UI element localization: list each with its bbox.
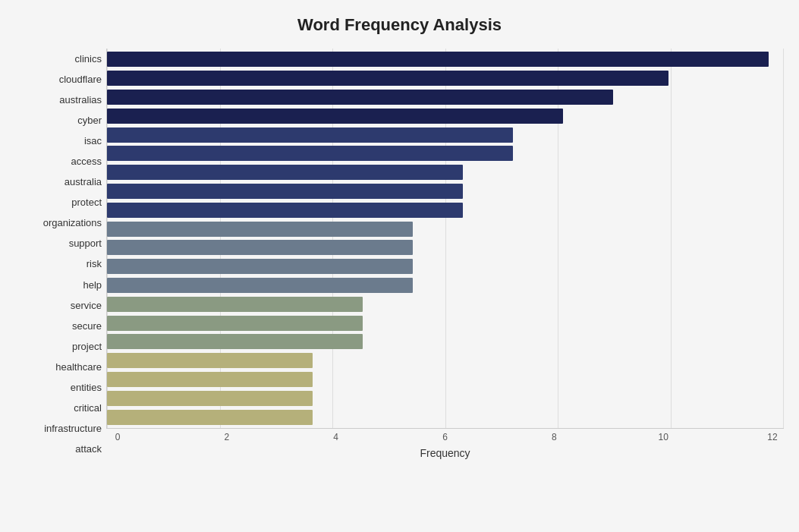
x-tick: 0 <box>106 432 129 442</box>
chart-title: Word Frequency Analysis <box>15 15 784 35</box>
bar-row <box>107 238 784 257</box>
bar-row <box>107 408 784 427</box>
y-label: australia <box>15 172 102 192</box>
bar-row <box>107 201 784 219</box>
y-label: protect <box>15 193 102 212</box>
bar-row <box>107 370 784 389</box>
bar-row <box>107 182 784 200</box>
x-axis-label: Frequency <box>106 447 784 459</box>
bar <box>107 184 463 199</box>
bar-row <box>107 69 784 87</box>
y-axis: clinicscloudflareaustraliascyberisacacce… <box>15 49 106 459</box>
bar <box>107 278 413 293</box>
bar-row <box>107 126 784 144</box>
bar <box>107 316 363 331</box>
y-label: isac <box>15 131 102 151</box>
bar <box>107 90 613 105</box>
x-tick: 12 <box>761 432 784 442</box>
bar-row <box>107 163 784 181</box>
bar-row <box>107 295 784 313</box>
bars-and-xaxis: 024681012 Frequency <box>106 49 784 459</box>
x-tick: 2 <box>215 432 238 442</box>
y-label: clinics <box>15 49 102 69</box>
bars-list <box>107 49 784 428</box>
bar <box>107 52 769 67</box>
bar <box>107 109 563 124</box>
bar <box>107 259 413 274</box>
bar <box>107 127 513 143</box>
y-label: secure <box>15 316 102 335</box>
bar <box>107 203 463 218</box>
bar <box>107 146 513 161</box>
bar-row <box>107 88 784 106</box>
bar-row <box>107 389 784 408</box>
x-tick: 4 <box>325 432 348 442</box>
y-label: help <box>15 275 102 294</box>
bar <box>107 165 463 180</box>
bar-row <box>107 257 784 275</box>
x-tick: 6 <box>433 432 456 442</box>
y-label: project <box>15 336 102 356</box>
y-label: critical <box>15 398 102 417</box>
y-label: healthcare <box>15 357 102 376</box>
y-label: cyber <box>15 111 102 131</box>
y-label: access <box>15 152 102 172</box>
bar-row <box>107 276 784 294</box>
y-label: service <box>15 295 102 315</box>
bars-area <box>106 49 784 429</box>
y-label: cloudflare <box>15 70 102 90</box>
bar <box>107 240 413 255</box>
bar <box>107 372 313 387</box>
bar-row <box>107 50 784 68</box>
bar-row <box>107 220 784 238</box>
y-label: organizations <box>15 213 102 233</box>
bar-row <box>107 314 784 332</box>
bar <box>107 410 313 425</box>
y-label: infrastructure <box>15 418 102 438</box>
x-tick: 10 <box>652 432 675 442</box>
y-label: entities <box>15 377 102 397</box>
bar <box>107 297 363 312</box>
bar <box>107 71 668 86</box>
bar-row <box>107 107 784 125</box>
y-label: support <box>15 234 102 253</box>
chart-container: Word Frequency Analysis clinicscloudflar… <box>0 0 799 532</box>
bar <box>107 222 413 237</box>
x-axis: 024681012 <box>106 429 784 442</box>
y-label: australias <box>15 90 102 110</box>
bar <box>107 334 363 349</box>
bar-row <box>107 144 784 162</box>
y-label: attack <box>15 439 102 458</box>
y-label: risk <box>15 254 102 274</box>
bar <box>107 391 313 406</box>
bar-row <box>107 351 784 370</box>
bar <box>107 353 313 368</box>
chart-area: clinicscloudflareaustraliascyberisacacce… <box>15 49 784 459</box>
x-tick: 8 <box>543 432 565 442</box>
bar-row <box>107 332 784 351</box>
